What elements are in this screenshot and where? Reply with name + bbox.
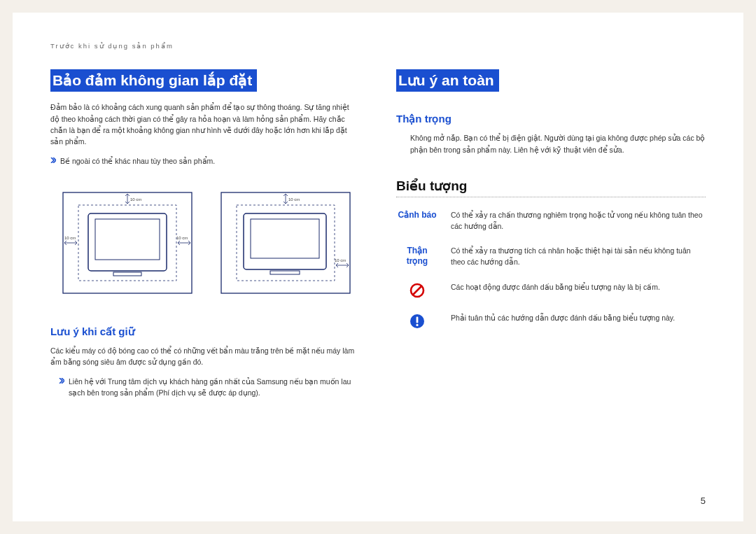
- dim-top2: 10 cm: [288, 197, 300, 202]
- symbol-text-caution: Có thể xảy ra thương tích cá nhân hoặc t…: [451, 246, 706, 268]
- svg-rect-11: [251, 219, 319, 258]
- install-intro-text: Đảm bảo là có khoảng cách xung quanh sản…: [50, 101, 360, 147]
- symbol-text-mandatory: Phải tuân thủ các hướng dẫn được đánh dấ…: [451, 313, 675, 324]
- symbol-text-warning: Có thể xảy ra chấn thương nghiêm trọng h…: [451, 210, 706, 232]
- svg-rect-3: [95, 219, 160, 260]
- symbol-key-caution: Thận trọng: [396, 246, 438, 267]
- dim-right: 10 cm: [176, 236, 188, 240]
- breadcrumb: Trước khi sử dụng sản phẩm: [50, 42, 706, 50]
- storage-note-row: Liên hệ với Trung tâm dịch vụ khách hàng…: [59, 376, 360, 399]
- clearance-diagrams: 10 cm 10 cm 10 cm: [57, 187, 360, 302]
- note-text: Bề ngoài có thể khác nhau tùy theo sản p…: [60, 155, 215, 167]
- right-column: Lưu ý an toàn Thận trọng Không mở nắp. B…: [396, 69, 706, 406]
- svg-point-19: [416, 324, 418, 326]
- svg-rect-12: [270, 271, 300, 274]
- caution-body: Không mở nắp. Bạn có thể bị điện giật. N…: [410, 132, 706, 155]
- symbol-row-warning: Cảnh báo Có thể xảy ra chấn thương nghiê…: [396, 210, 706, 232]
- heading-caution: Thận trọng: [396, 113, 706, 125]
- symbol-text-prohibit: Các hoạt động được đánh dấu bằng biểu tư…: [451, 282, 660, 293]
- dim-left: 10 cm: [64, 236, 76, 240]
- left-column: Bảo đảm không gian lắp đặt Đảm bảo là có…: [50, 69, 360, 406]
- symbol-row-prohibit: Các hoạt động được đánh dấu bằng biểu tư…: [396, 282, 706, 299]
- dim-rear: 10 cm: [335, 258, 346, 262]
- page-number: 5: [701, 496, 706, 506]
- diagram-front-clearance: 10 cm 10 cm 10 cm: [57, 187, 197, 302]
- chevron-right-icon: [59, 378, 64, 384]
- symbol-row-mandatory: Phải tuân thủ các hướng dẫn được đánh dấ…: [396, 313, 706, 330]
- chevron-right-icon: [50, 157, 56, 163]
- diagram-side-clearance: 10 cm 10 cm: [216, 187, 356, 302]
- storage-note-text: Liên hệ với Trung tâm dịch vụ khách hàng…: [69, 376, 360, 399]
- svg-rect-18: [416, 316, 419, 323]
- svg-rect-4: [113, 272, 141, 276]
- heading-symbols: Biểu tượng: [396, 178, 706, 194]
- symbol-key-warning: Cảnh báo: [396, 210, 438, 220]
- prohibit-icon: [396, 282, 438, 299]
- mandatory-icon: [396, 313, 438, 330]
- note-row: Bề ngoài có thể khác nhau tùy theo sản p…: [50, 155, 360, 167]
- symbol-row-caution: Thận trọng Có thể xảy ra thương tích cá …: [396, 246, 706, 268]
- heading-install-space: Bảo đảm không gian lắp đặt: [50, 69, 257, 92]
- symbols-table: Cảnh báo Có thể xảy ra chấn thương nghiê…: [396, 210, 706, 330]
- storage-text: Các kiểu máy có độ bóng cao có thể có nh…: [50, 345, 360, 368]
- manual-page: Trước khi sử dụng sản phẩm Bảo đảm không…: [13, 13, 743, 521]
- heading-storage: Lưu ý khi cất giữ: [50, 325, 360, 338]
- two-column-layout: Bảo đảm không gian lắp đặt Đảm bảo là có…: [50, 69, 706, 406]
- svg-line-16: [413, 286, 421, 295]
- dotted-divider: [396, 197, 706, 197]
- dim-top: 10 cm: [130, 197, 141, 202]
- heading-safety: Lưu ý an toàn: [396, 69, 499, 92]
